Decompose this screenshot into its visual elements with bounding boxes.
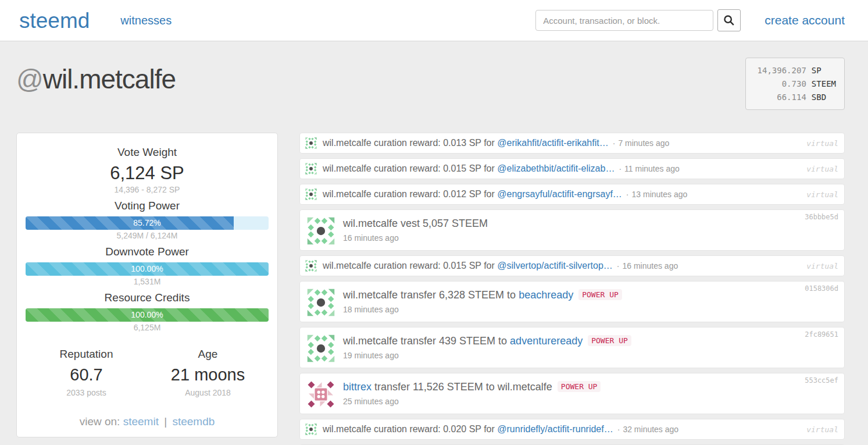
balance-sp-unit: SP	[812, 64, 821, 77]
feed-row-body: wil.metcalfe transfer 6,328 STEEM to bea…	[343, 288, 622, 322]
feed-row-virtual: wil.metcalfe curation reward: 0.015 SP f…	[299, 255, 845, 276]
account-stats-card: Vote Weight 6,124 SP 14,396 - 8,272 SP V…	[16, 133, 278, 437]
feed-row-virtual: wil.metcalfe curation reward: 0.020 SP f…	[299, 419, 845, 440]
feed-row-time: 16 minutes ago	[622, 261, 678, 270]
feed-row-time: 7 minutes ago	[618, 138, 669, 148]
feed-row-text-pre: wil.metcalfe transfer 439 STEEM to	[343, 335, 510, 347]
dot-separator: ·	[617, 425, 620, 434]
view-on-row: view on: steemit | steemdb	[26, 415, 269, 428]
age-value: 21 moons	[147, 365, 269, 385]
reputation-label: Reputation	[26, 348, 147, 361]
feed-row-text-post: transfer 11,526 STEEM to wil.metcalfe	[372, 381, 552, 393]
feed-row-virtual: wil.metcalfe curation reward: 0.013 SP f…	[299, 133, 845, 154]
feed-row-transaction: bittrex transfer 11,526 STEEM to wil.met…	[299, 373, 845, 414]
feed-row-text: wil.metcalfe transfer 6,328 STEEM to bea…	[343, 288, 622, 302]
balance-sbd: 66.114 SBD	[754, 91, 836, 104]
vote-weight-sub: 14,396 - 8,272 SP	[26, 185, 269, 194]
account-identicon	[307, 217, 335, 245]
page-title: @wil.metcalfe	[16, 63, 845, 95]
topbar-right-group: create account	[535, 9, 845, 31]
downvote-power-bar: 100.00%	[26, 262, 269, 276]
voting-power-label: Voting Power	[26, 200, 269, 212]
transaction-hash[interactable]: 0158306d	[805, 284, 838, 293]
main-content: Vote Weight 6,124 SP 14,396 - 8,272 SP V…	[0, 133, 868, 445]
transaction-hash[interactable]: 2fc89651	[805, 330, 838, 339]
balance-steem: 0.730 STEEM	[754, 77, 836, 91]
feed-row-time: 32 minutes ago	[623, 425, 678, 434]
power-up-badge: POWER UP	[558, 381, 601, 392]
feed-row-text-pre: wil.metcalfe curation reward: 0.015 SP f…	[323, 261, 497, 270]
feed-row-transaction: wil.metcalfe transfer 6,328 STEEM to bea…	[299, 281, 845, 322]
balance-box: 14,396.207 SP 0.730 STEEM 66.114 SBD	[745, 58, 845, 110]
virtual-tag: virtual	[806, 139, 838, 148]
voting-power-bar: 85.72%	[26, 216, 269, 230]
balance-sp: 14,396.207 SP	[754, 64, 836, 77]
balance-steem-unit: STEEM	[812, 77, 836, 91]
voting-power-sub: 5,249M / 6,124M	[26, 231, 269, 240]
age-label: Age	[147, 348, 269, 361]
power-up-badge: POWER UP	[578, 289, 622, 300]
feed-row-body: wil.metcalfe vest 5,057 STEEM 16 minutes…	[343, 216, 488, 250]
feed-row-text-pre: wil.metcalfe curation reward: 0.015 SP f…	[323, 163, 497, 173]
transaction-hash[interactable]: 553cc5ef	[805, 376, 838, 385]
resource-credits-percent: 100.00%	[26, 308, 269, 322]
feed-row-link[interactable]: @erikahfit/actifit-erikahfit…	[497, 138, 608, 148]
virtual-tag: virtual	[806, 190, 838, 199]
feed-row-link[interactable]: adventureready	[510, 335, 583, 347]
nav-witnesses-link[interactable]: witnesses	[120, 14, 172, 27]
feed-row-time: 19 minutes ago	[343, 351, 631, 360]
account-identicon	[305, 163, 317, 175]
feed-row-transaction: wil.metcalfe transfer 439 STEEM to adven…	[299, 327, 845, 368]
feed-row-text-pre: wil.metcalfe curation reward: 0.020 SP f…	[323, 424, 497, 434]
search-button[interactable]	[717, 9, 741, 31]
feed-row-text: wil.metcalfe curation reward: 0.020 SP f…	[323, 424, 613, 435]
feed-row-text: wil.metcalfe curation reward: 0.015 SP f…	[323, 163, 615, 174]
feed-row-link[interactable]: @runridefly/actifit-runridef…	[497, 424, 613, 434]
feed-row-text-pre: wil.metcalfe vest 5,057 STEEM	[343, 218, 488, 229]
feed-row-link[interactable]: bittrex	[343, 381, 372, 393]
feed-row-time: 11 minutes ago	[624, 164, 680, 173]
feed-row-link[interactable]: beachready	[519, 289, 573, 301]
feed-row-text: bittrex transfer 11,526 STEEM to wil.met…	[343, 380, 601, 394]
reputation-block: Reputation 60.7 2033 posts	[26, 348, 147, 397]
feed-row-virtual: wil.metcalfe curation reward: 0.015 SP f…	[299, 158, 845, 179]
transaction-hash[interactable]: 36bbbe5d	[805, 213, 838, 221]
resource-credits-bar: 100.00%	[26, 308, 269, 322]
feed-row-text: wil.metcalfe curation reward: 0.012 SP f…	[323, 189, 622, 200]
feed-row-text: wil.metcalfe curation reward: 0.013 SP f…	[323, 138, 609, 148]
feed-row-link[interactable]: @elizabethbit/actifit-elizab…	[497, 163, 615, 173]
feed-row-text: wil.metcalfe curation reward: 0.015 SP f…	[323, 261, 613, 271]
account-identicon	[305, 188, 317, 200]
balance-sp-value: 14,396.207	[754, 64, 806, 77]
feed-row-time: 25 minutes ago	[343, 397, 601, 406]
steemit-link[interactable]: steemit	[123, 415, 159, 428]
virtual-tag: virtual	[806, 165, 838, 173]
steemd-logo[interactable]: steemd	[19, 10, 90, 31]
account-identicon	[305, 260, 317, 272]
account-identicon	[307, 334, 335, 362]
steemdb-link[interactable]: steemdb	[172, 415, 215, 428]
feed-row-link[interactable]: @engrsayful/actifit-engrsayf…	[497, 189, 622, 199]
transaction-feed: wil.metcalfe curation reward: 0.013 SP f…	[299, 133, 845, 445]
dot-separator: ·	[617, 261, 620, 270]
feed-row-link[interactable]: @silvertop/actifit-silvertop…	[497, 261, 613, 270]
at-symbol: @	[16, 64, 43, 94]
search-input[interactable]	[535, 10, 713, 31]
resource-credits-label: Resource Credits	[26, 291, 269, 304]
feed-row-virtual: wil.metcalfe curation reward: 0.012 SP f…	[299, 184, 845, 205]
account-identicon	[305, 137, 317, 149]
feed-row-text-pre: wil.metcalfe curation reward: 0.013 SP f…	[323, 138, 497, 148]
top-navigation-bar: steemd witnesses create account	[0, 0, 868, 41]
dot-separator: ·	[619, 164, 621, 173]
resource-credits-sub: 6,125M	[26, 323, 269, 332]
account-header-section: @wil.metcalfe 14,396.207 SP 0.730 STEEM …	[0, 41, 868, 114]
balance-steem-value: 0.730	[754, 77, 806, 91]
view-on-prefix: view on:	[80, 415, 120, 428]
balance-sbd-unit: SBD	[812, 91, 826, 104]
virtual-tag: virtual	[806, 262, 838, 270]
create-account-link[interactable]: create account	[765, 13, 845, 27]
reputation-value: 60.7	[26, 365, 147, 385]
search-icon	[723, 14, 735, 27]
voting-power-percent: 85.72%	[26, 216, 269, 230]
dot-separator: ·	[626, 190, 629, 199]
